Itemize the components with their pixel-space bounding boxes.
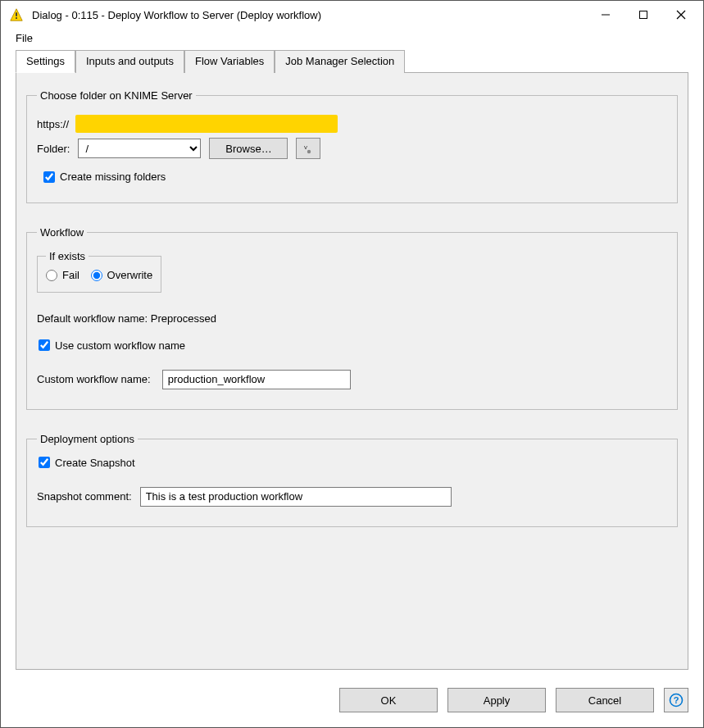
use-custom-input[interactable] xyxy=(39,339,50,351)
server-group: Choose folder on KNIME Server https:// F… xyxy=(26,89,678,203)
custom-name-label: Custom workflow name: xyxy=(37,373,151,385)
tab-job-manager[interactable]: Job Manager Selection xyxy=(275,50,405,73)
close-button[interactable] xyxy=(662,2,700,27)
server-url-row: https:// xyxy=(37,115,667,133)
tab-label: Inputs and outputs xyxy=(86,55,174,67)
radio-fail[interactable]: Fail xyxy=(46,269,79,281)
create-missing-input[interactable] xyxy=(43,171,55,183)
create-missing-label: Create missing folders xyxy=(60,171,166,183)
if-exists-group: If exists Fail Overwrite xyxy=(37,250,161,293)
content-area: Settings Inputs and outputs Flow Variabl… xyxy=(1,49,703,673)
default-name-label: Default workflow name: Preprocessed xyxy=(37,312,216,325)
tab-strip: Settings Inputs and outputs Flow Variabl… xyxy=(16,49,688,72)
dialog-buttons: OK Apply Cancel ? xyxy=(1,673,703,727)
help-icon: ? xyxy=(669,693,684,708)
custom-name-input[interactable] xyxy=(162,370,351,389)
folder-combo[interactable]: / xyxy=(78,139,201,158)
svg-rect-1 xyxy=(16,12,17,16)
apply-button[interactable]: Apply xyxy=(447,688,546,712)
tab-label: Flow Variables xyxy=(195,55,264,67)
ok-button[interactable]: OK xyxy=(339,688,438,712)
menubar: File xyxy=(1,29,703,49)
radio-fail-label: Fail xyxy=(62,269,79,281)
menu-file[interactable]: File xyxy=(12,30,36,46)
workflow-group-legend: Workflow xyxy=(37,226,87,239)
folder-label: Folder: xyxy=(37,143,70,155)
radio-fail-input[interactable] xyxy=(46,270,57,281)
dialog-window: Dialog - 0:115 - Deploy Workflow to Serv… xyxy=(0,0,704,728)
browse-button[interactable]: Browse… xyxy=(209,138,288,159)
flow-variable-icon: v xyxy=(302,142,315,155)
if-exists-legend: If exists xyxy=(46,250,89,262)
snapshot-input[interactable] xyxy=(39,457,50,468)
tab-settings[interactable]: Settings xyxy=(16,50,75,73)
use-custom-label: Use custom workflow name xyxy=(55,339,185,352)
settings-pane: Choose folder on KNIME Server https:// F… xyxy=(16,72,688,670)
titlebar: Dialog - 0:115 - Deploy Workflow to Serv… xyxy=(1,1,703,29)
tab-label: Settings xyxy=(26,55,65,67)
comment-input[interactable] xyxy=(140,487,452,507)
server-url-prefix: https:// xyxy=(37,118,69,130)
svg-text:?: ? xyxy=(674,695,679,705)
radio-overwrite-label: Overwrite xyxy=(107,269,153,281)
radio-overwrite[interactable]: Overwrite xyxy=(91,269,153,281)
svg-rect-4 xyxy=(640,11,647,19)
minimize-button[interactable] xyxy=(587,2,625,27)
snapshot-checkbox[interactable]: Create Snapshot xyxy=(39,457,135,469)
tab-label: Job Manager Selection xyxy=(285,55,394,67)
snapshot-label: Create Snapshot xyxy=(55,457,135,469)
window-title: Dialog - 0:115 - Deploy Workflow to Serv… xyxy=(32,9,587,21)
help-button[interactable]: ? xyxy=(664,688,688,712)
create-missing-checkbox[interactable]: Create missing folders xyxy=(43,171,166,183)
deploy-group: Deployment options Create Snapshot Snaps… xyxy=(26,433,678,527)
svg-point-8 xyxy=(307,150,311,153)
comment-label: Snapshot comment: xyxy=(37,490,132,503)
svg-text:v: v xyxy=(304,143,307,151)
app-icon xyxy=(9,7,24,22)
tab-flow-variables[interactable]: Flow Variables xyxy=(184,50,275,73)
server-group-legend: Choose folder on KNIME Server xyxy=(37,89,196,102)
server-url-masked xyxy=(75,115,338,133)
maximize-button[interactable] xyxy=(625,2,662,27)
svg-rect-2 xyxy=(16,17,17,19)
use-custom-checkbox[interactable]: Use custom workflow name xyxy=(39,339,185,352)
flow-variable-button[interactable]: v xyxy=(296,138,320,159)
cancel-button[interactable]: Cancel xyxy=(556,688,654,712)
workflow-group: Workflow If exists Fail Overwrite Defaul… xyxy=(26,226,678,410)
tab-inputs-outputs[interactable]: Inputs and outputs xyxy=(75,50,184,73)
radio-overwrite-input[interactable] xyxy=(91,270,102,281)
deploy-group-legend: Deployment options xyxy=(37,433,138,445)
